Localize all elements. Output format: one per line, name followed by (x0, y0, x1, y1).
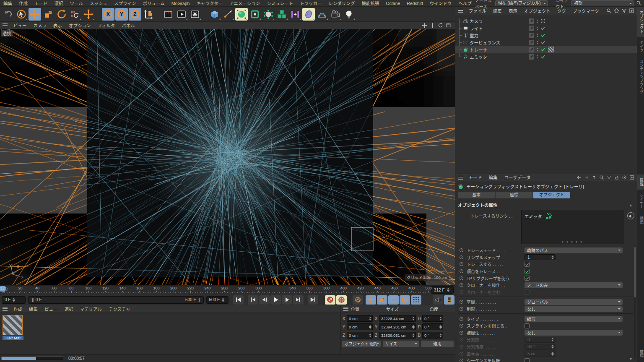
rotation-h-input[interactable]: 0 ° (422, 315, 443, 322)
position-x-input[interactable]: 0 cm (347, 315, 373, 322)
record-keyframe-button[interactable] (325, 295, 335, 305)
render-picture-viewer-button[interactable] (175, 8, 188, 21)
filter-icon[interactable] (606, 174, 612, 181)
am-menu-ユーザデータ[interactable]: ユーザデータ (501, 174, 534, 181)
next-key-button[interactable] (293, 295, 304, 305)
render-settings-button[interactable] (189, 8, 201, 21)
visibility-dots[interactable] (535, 33, 540, 38)
menu-シミュレート[interactable]: シミュレート (263, 0, 296, 7)
menu-メッシュ[interactable]: メッシュ (86, 0, 111, 7)
enabled-check-icon[interactable] (540, 54, 545, 59)
animate-radio[interactable] (460, 324, 463, 328)
number-input[interactable]: 1 (525, 254, 556, 260)
record-pla-toggle[interactable] (411, 295, 421, 305)
pan-view-icon[interactable] (421, 22, 428, 29)
material-thumbnail[interactable] (3, 315, 23, 335)
lock-icon[interactable] (613, 174, 620, 181)
light-button[interactable] (343, 8, 355, 21)
layer-toggle[interactable] (529, 54, 534, 60)
menu-編集[interactable]: 編集 (0, 0, 16, 7)
animate-radio[interactable] (460, 276, 463, 280)
rotation-b-input[interactable]: 0 ° (422, 332, 443, 339)
position-z-input[interactable]: 0 cm (347, 332, 373, 339)
checkbox[interactable] (525, 276, 530, 281)
trace-link-field[interactable]: エミッタ ● ● ● ● ● (521, 210, 623, 244)
menu-トラッカー[interactable]: トラッカー (296, 0, 325, 7)
menu-選択[interactable]: 選択 (51, 0, 67, 7)
select-グローバル[interactable]: グローバル (525, 299, 623, 305)
object-row-カメラ[interactable]: カメラ (455, 18, 637, 24)
panel-tab-属性[interactable]: 属性 (637, 174, 644, 190)
viewport-menu-フィルタ[interactable]: フィルタ (94, 22, 119, 29)
animate-radio[interactable] (460, 352, 463, 356)
apply-button[interactable]: 適用 (421, 341, 454, 347)
layer-toggle[interactable] (529, 33, 534, 38)
enabled-check-icon[interactable] (540, 40, 545, 45)
number-input[interactable]: 8 (525, 337, 556, 343)
generator-button[interactable] (235, 8, 248, 21)
scrollbar[interactable] (634, 246, 636, 359)
menu-レンダリング[interactable]: レンダリング (325, 0, 358, 7)
animate-radio[interactable] (460, 255, 463, 259)
rotate-view-icon[interactable] (437, 22, 444, 29)
spline-pen-button[interactable] (222, 8, 234, 21)
animate-radio[interactable] (460, 331, 463, 335)
visibility-dots[interactable] (535, 47, 540, 52)
nodespace-select[interactable]: 現在 (標準/フィジカル) (495, 0, 548, 6)
panel-menu-icon[interactable] (343, 307, 348, 311)
up-icon[interactable] (591, 174, 597, 181)
layer-toggle[interactable] (529, 47, 534, 52)
viewport-menu-パネル[interactable]: パネル (118, 22, 138, 29)
collapse-icon[interactable]: ▲ (629, 203, 633, 207)
viewport-menu-表示[interactable]: 表示 (50, 22, 65, 29)
am-menu-編集[interactable]: 編集 (486, 174, 501, 181)
object-label[interactable]: トレーサ (470, 47, 527, 53)
viewport-menu-カメラ[interactable]: カメラ (30, 22, 50, 29)
tab-オブジェクト[interactable]: オブジェクト (533, 192, 570, 198)
material-menu-編集[interactable]: 編集 (26, 306, 41, 313)
object-label[interactable]: カメラ (470, 18, 527, 24)
layer-toggle[interactable] (529, 26, 534, 31)
animate-radio[interactable] (460, 283, 463, 287)
checkbox[interactable] (525, 289, 530, 294)
fields-button[interactable] (289, 8, 301, 21)
menu-スプライン[interactable]: スプライン (111, 0, 140, 7)
add-primitive-button[interactable] (208, 8, 221, 21)
visibility-dots[interactable] (535, 26, 540, 31)
material-tag[interactable] (548, 47, 554, 52)
menu-Redshift[interactable]: Redshift (403, 0, 426, 7)
animate-radio[interactable] (460, 345, 463, 349)
x-axis-lock[interactable]: X (102, 8, 114, 21)
checkbox[interactable] (525, 262, 530, 267)
object-row-重力[interactable]: 重力 (455, 32, 637, 39)
goto-end-button[interactable] (308, 295, 318, 305)
next-frame-button[interactable] (282, 295, 292, 305)
tab-基本[interactable]: 基本 (458, 192, 495, 198)
select-軌跡のパス[interactable]: 軌跡のパス (525, 247, 623, 253)
material-item[interactable]: Hair Mat (3, 315, 24, 340)
enabled-check-icon[interactable] (540, 26, 545, 31)
record-position-toggle[interactable] (366, 295, 376, 305)
object-row-タービュランス[interactable]: タービュランス (455, 39, 637, 46)
deformer-button[interactable] (262, 8, 275, 21)
enabled-check-icon[interactable] (540, 33, 545, 38)
layer-toggle[interactable] (529, 40, 534, 45)
object-label[interactable]: 重力 (470, 32, 527, 39)
select-なし[interactable]: なし (525, 306, 623, 312)
add-icon[interactable] (628, 174, 635, 181)
z-axis-lock[interactable]: Z (129, 8, 141, 21)
search-icon[interactable] (598, 174, 605, 181)
menu-キャラクター[interactable]: キャラクター (193, 0, 226, 7)
menu-アニメーション[interactable]: アニメーション (226, 0, 263, 7)
resize-handle[interactable]: ● ● ● ● ● (522, 240, 623, 244)
coordinate-system-toggle[interactable] (142, 8, 155, 21)
enabled-check-icon[interactable] (540, 47, 545, 52)
checkbox[interactable] (525, 323, 530, 328)
object-label[interactable]: ライト (470, 25, 527, 31)
undo-icon[interactable] (2, 8, 14, 21)
tab-座標[interactable]: 座標 (496, 192, 532, 198)
menu-作成[interactable]: 作成 (16, 0, 31, 7)
live-selection-tool[interactable] (15, 8, 28, 21)
menu-ボリューム[interactable]: ボリューム (140, 0, 168, 7)
menu-機能拡張[interactable]: 機能拡張 (358, 0, 382, 7)
